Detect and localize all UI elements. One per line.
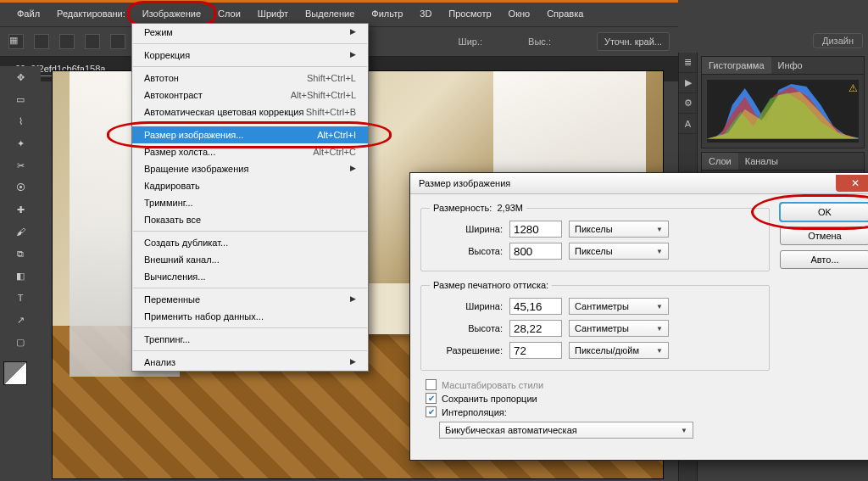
menu-3d[interactable]: 3D: [411, 6, 440, 21]
dd-duplicate[interactable]: Создать дубликат...: [132, 234, 368, 251]
type-tool-icon[interactable]: T: [11, 288, 30, 307]
document-size-group: Размер печатного оттиска: Ширина: Сантим…: [420, 280, 770, 371]
dd-image-size[interactable]: Размер изображения...Alt+Ctrl+I: [132, 126, 368, 143]
pwidth-input[interactable]: [509, 298, 562, 315]
brush-tool-icon[interactable]: 🖌: [11, 222, 30, 241]
pheight-input[interactable]: [509, 320, 562, 337]
refine-edge-button[interactable]: Уточн. край...: [597, 32, 670, 51]
image-size-dialog: Размер изображения ✕ Размерность: 2,93M …: [409, 172, 868, 461]
marquee-tool-icon[interactable]: ▭: [11, 90, 30, 109]
interp-method-select[interactable]: Бикубическая автоматическая: [439, 422, 693, 439]
menu-file[interactable]: Файл: [8, 6, 48, 21]
heal-tool-icon[interactable]: ✚: [11, 200, 30, 219]
dd-autocontrast[interactable]: АвтоконтрастAlt+Shift+Ctrl+L: [132, 87, 368, 103]
res-label: Разрешение:: [430, 345, 503, 355]
dd-analysis[interactable]: Анализ: [132, 354, 368, 371]
dd-crop[interactable]: Кадрировать: [132, 177, 368, 194]
tool-palette: ✥ ▭ ⌇ ✦ ✂ ⦿ ✚ 🖌 ⧉ ◧ T ↗ ▢: [0, 66, 41, 394]
svg-text:⚠: ⚠: [849, 82, 858, 94]
info-tab[interactable]: Инфо: [771, 57, 810, 74]
width-input[interactable]: [509, 221, 562, 238]
res-input[interactable]: [509, 342, 562, 359]
opt-icon-1[interactable]: [34, 34, 49, 49]
dialog-titlebar[interactable]: Размер изображения ✕: [410, 173, 868, 194]
tool-preset-icon[interactable]: ▦: [8, 34, 24, 49]
menu-filter[interactable]: Фильтр: [363, 6, 411, 21]
constrain-checkbox[interactable]: ✔: [426, 393, 437, 404]
dd-canvas-size[interactable]: Размер холста...Alt+Ctrl+C: [132, 143, 368, 160]
menu-view[interactable]: Просмотр: [440, 6, 499, 21]
menu-select[interactable]: Выделение: [297, 6, 363, 21]
layers-tab[interactable]: Слои: [702, 153, 738, 170]
opt-icon-2[interactable]: [59, 34, 75, 49]
ok-button[interactable]: OK: [780, 203, 868, 221]
height-label: Высота:: [430, 246, 503, 256]
scale-styles-label: Масштабировать стили: [442, 380, 543, 390]
width-unit-select[interactable]: Пикселы: [569, 221, 669, 238]
dialog-title: Размер изображения: [419, 178, 510, 188]
histogram-graph: ⚠: [707, 80, 859, 143]
lasso-tool-icon[interactable]: ⌇: [11, 112, 30, 131]
dd-autocolor[interactable]: Автоматическая цветовая коррекцияShift+C…: [132, 103, 368, 120]
dd-apply-image[interactable]: Внешний канал...: [132, 251, 368, 268]
menu-layers[interactable]: Слои: [209, 6, 249, 21]
path-tool-icon[interactable]: ↗: [11, 310, 30, 329]
opt-icon-3[interactable]: [85, 34, 100, 49]
strip-history-icon[interactable]: ≣: [679, 53, 697, 73]
channels-tab[interactable]: Каналы: [738, 153, 785, 170]
height-unit-select[interactable]: Пикселы: [569, 243, 669, 260]
dd-mode[interactable]: Режим: [132, 24, 368, 41]
dd-corrections[interactable]: Коррекция: [132, 47, 368, 64]
menu-edit[interactable]: Редактировани:: [48, 6, 134, 21]
close-icon[interactable]: ✕: [836, 175, 868, 192]
histogram-panel: Гистограмма Инфо ⚠: [701, 56, 865, 148]
dd-trap[interactable]: Треппинг...: [132, 331, 368, 348]
dd-dataset[interactable]: Применить набор данных...: [132, 308, 368, 325]
stamp-tool-icon[interactable]: ⧉: [11, 244, 30, 263]
pixel-dims-value: 2,93M: [497, 203, 523, 213]
pheight-label: Высота:: [430, 323, 503, 333]
width-label: Ширина:: [430, 224, 503, 234]
eyedropper-tool-icon[interactable]: ⦿: [11, 178, 30, 197]
dd-trim[interactable]: Тримминг...: [132, 194, 368, 211]
menu-image[interactable]: Изображение: [134, 6, 209, 21]
pixel-dims-label: Размерность:: [433, 203, 492, 213]
pwidth-label: Ширина:: [430, 301, 503, 311]
resample-label: Интерполяция:: [442, 407, 507, 417]
menu-window[interactable]: Окно: [500, 6, 539, 21]
wand-tool-icon[interactable]: ✦: [11, 134, 30, 153]
dd-autotone[interactable]: АвтотонShift+Ctrl+L: [132, 70, 368, 87]
height-input[interactable]: [509, 243, 562, 260]
auto-button[interactable]: Авто...: [780, 250, 868, 269]
constrain-label: Сохранить пропорции: [442, 394, 537, 404]
dd-reveal[interactable]: Показать все: [132, 211, 368, 228]
pwidth-unit-select[interactable]: Сантиметры: [569, 298, 669, 315]
dd-rotate[interactable]: Вращение изображения: [132, 160, 368, 177]
shape-tool-icon[interactable]: ▢: [11, 333, 30, 351]
workspace-switcher: Дизайн: [678, 31, 868, 51]
dd-calculations[interactable]: Вычисления...: [132, 268, 368, 285]
cancel-button[interactable]: Отмена: [780, 227, 868, 245]
workspace-pill[interactable]: Дизайн: [813, 33, 863, 48]
eraser-tool-icon[interactable]: ◧: [11, 266, 30, 285]
strip-actions-icon[interactable]: ▶: [679, 73, 697, 93]
menu-help[interactable]: Справка: [538, 6, 592, 21]
crop-tool-icon[interactable]: ✂: [11, 156, 30, 175]
opt-icon-4[interactable]: [110, 34, 125, 49]
doc-size-label: Размер печатного оттиска:: [430, 280, 552, 290]
strip-properties-icon[interactable]: ⚙: [679, 93, 697, 114]
width-label: Шир.:: [459, 36, 482, 47]
scale-styles-checkbox[interactable]: [426, 379, 437, 390]
strip-char-icon[interactable]: A: [679, 114, 697, 134]
menu-type[interactable]: Шрифт: [249, 6, 297, 21]
height-label: Выс.:: [528, 36, 551, 47]
move-tool-icon[interactable]: ✥: [11, 68, 30, 87]
histogram-tab[interactable]: Гистограмма: [702, 57, 771, 74]
dd-variables[interactable]: Переменные: [132, 291, 368, 308]
pheight-unit-select[interactable]: Сантиметры: [569, 320, 669, 337]
color-swatch[interactable]: [3, 361, 27, 385]
resample-checkbox[interactable]: ✔: [426, 406, 437, 417]
image-menu-dropdown: Режим Коррекция АвтотонShift+Ctrl+L Авто…: [131, 23, 369, 372]
res-unit-select[interactable]: Пикселы/дюйм: [569, 342, 669, 359]
pixel-dimensions-group: Размерность: 2,93M Ширина: Пикселы Высот…: [420, 203, 770, 271]
